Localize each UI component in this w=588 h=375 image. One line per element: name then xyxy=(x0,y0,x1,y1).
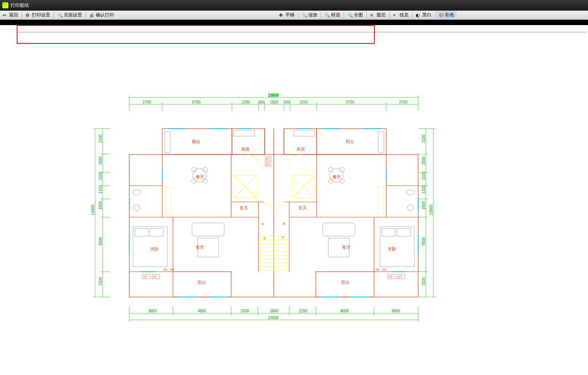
svg-text:1100: 1100 xyxy=(98,172,103,180)
svg-rect-162 xyxy=(294,130,315,136)
layers-button[interactable]: ≡图层 xyxy=(368,11,388,19)
color-icon: 🎨 xyxy=(439,13,444,18)
canvas-area[interactable]: 23800 2700 5700 2200 500 1600 500 2200 xyxy=(0,25,588,375)
zoom-icon: 🔍 xyxy=(325,13,330,18)
svg-rect-164 xyxy=(378,132,384,153)
page-settings-button[interactable]: 🔍页面设置 xyxy=(55,11,85,19)
separator xyxy=(389,12,390,19)
linewidth-button[interactable]: +线宽 xyxy=(390,11,411,19)
svg-text:D2: D2 xyxy=(163,268,168,271)
color-button[interactable]: 🎨彩色 xyxy=(436,11,457,19)
svg-text:13900: 13900 xyxy=(429,205,433,215)
separator xyxy=(344,12,344,19)
svg-text:2600: 2600 xyxy=(270,309,279,313)
zoom-label: 缩放 xyxy=(308,12,317,18)
svg-text:2700: 2700 xyxy=(143,100,151,104)
svg-text:阳台: 阳台 xyxy=(198,280,206,284)
svg-text:1500: 1500 xyxy=(422,156,426,165)
svg-text:KT: KT xyxy=(144,275,147,278)
svg-text:2700: 2700 xyxy=(399,100,408,104)
svg-text:D1: D1 xyxy=(170,268,174,271)
window-title: 打印图纸 xyxy=(11,2,29,9)
svg-text:2200: 2200 xyxy=(299,309,307,313)
svg-rect-153 xyxy=(150,229,163,236)
svg-text:1100: 1100 xyxy=(98,185,103,194)
svg-text:客厅: 客厅 xyxy=(196,245,204,249)
black-divider xyxy=(0,20,588,25)
svg-text:5700: 5700 xyxy=(346,100,355,104)
svg-rect-135 xyxy=(165,187,171,214)
layers-label: 图层 xyxy=(377,12,386,18)
svg-rect-147 xyxy=(192,223,224,236)
separator xyxy=(298,12,298,19)
titlebar: 打印图纸 xyxy=(0,0,588,11)
pan-button[interactable]: ✥平移 xyxy=(276,11,297,19)
red-highlight-box xyxy=(17,25,375,44)
svg-text:次卧: 次卧 xyxy=(150,246,158,251)
zoom-button[interactable]: 🔍缩放 xyxy=(299,11,320,19)
svg-text:客厅: 客厅 xyxy=(342,245,350,249)
back-button[interactable]: ↩返回 xyxy=(0,11,21,19)
back-label: 返回 xyxy=(9,12,18,18)
svg-text:2100: 2100 xyxy=(422,134,426,143)
svg-point-145 xyxy=(328,179,333,183)
svg-point-144 xyxy=(340,167,344,172)
svg-text:厨房: 厨房 xyxy=(296,147,305,151)
svg-rect-149 xyxy=(323,223,355,236)
svg-point-141 xyxy=(203,179,208,183)
svg-text:阳台: 阳台 xyxy=(346,139,354,144)
svg-text:次卧: 次卧 xyxy=(388,246,396,251)
svg-point-158 xyxy=(134,205,140,211)
separator xyxy=(54,12,54,19)
svg-text:KT: KT xyxy=(266,163,270,166)
page-boundary xyxy=(17,32,587,32)
svg-text:3600: 3600 xyxy=(148,309,157,313)
print-icon: 🖨 xyxy=(89,13,95,18)
svg-text:1600: 1600 xyxy=(270,100,279,104)
svg-text:餐厅: 餐厅 xyxy=(196,175,204,179)
svg-text:D1: D1 xyxy=(376,268,380,271)
bw-icon: ◐ xyxy=(416,13,421,18)
svg-point-139 xyxy=(203,167,208,172)
zoom-icon: 🔍 xyxy=(57,13,63,18)
floorplan-drawing: 23800 2700 5700 2200 500 1600 500 2200 xyxy=(87,94,441,345)
svg-point-159 xyxy=(407,190,414,195)
svg-text:上: 上 xyxy=(263,236,266,240)
svg-point-157 xyxy=(133,190,141,195)
box-select-label: 框选 xyxy=(331,12,340,18)
bw-label: 黑白 xyxy=(422,12,431,18)
svg-rect-136 xyxy=(377,187,383,214)
bw-button[interactable]: ◐黑白 xyxy=(413,11,434,19)
print-settings-button[interactable]: ⚙打印设置 xyxy=(23,11,53,19)
toolbar: ↩返回 ⚙打印设置 🔍页面设置 🖨确认打印 ✥平移 🔍缩放 🔍框选 🔍全图 ≡图… xyxy=(0,11,588,20)
page-settings-label: 页面设置 xyxy=(64,12,82,18)
print-settings-label: 打印设置 xyxy=(32,12,50,18)
svg-text:2100: 2100 xyxy=(98,277,103,286)
svg-text:厨房: 厨房 xyxy=(241,147,250,151)
linewidth-label: 线宽 xyxy=(399,12,409,18)
confirm-print-button[interactable]: 🖨确认打印 xyxy=(87,11,117,19)
full-view-button[interactable]: 🔍全图 xyxy=(345,11,366,19)
back-icon: ↩ xyxy=(3,13,8,18)
svg-text:4800: 4800 xyxy=(340,309,349,313)
separator xyxy=(86,12,86,19)
svg-text:1500: 1500 xyxy=(98,156,103,165)
svg-text:23800: 23800 xyxy=(268,316,279,320)
separator xyxy=(412,12,412,19)
svg-point-143 xyxy=(328,167,333,172)
svg-text:D: D xyxy=(262,222,264,226)
svg-text:5700: 5700 xyxy=(192,100,201,104)
pan-icon: ✥ xyxy=(279,13,284,18)
dim-top-total: 23800 xyxy=(268,94,279,97)
svg-text:IF: IF xyxy=(282,222,285,226)
svg-text:2200: 2200 xyxy=(241,309,249,313)
svg-rect-161 xyxy=(234,130,255,136)
svg-text:13900: 13900 xyxy=(91,205,95,215)
separator xyxy=(22,12,22,19)
svg-text:3600: 3600 xyxy=(391,309,400,313)
zoom-icon: 🔍 xyxy=(302,13,307,18)
zoom-icon: 🔍 xyxy=(347,13,353,18)
box-select-button[interactable]: 🔍框选 xyxy=(322,11,343,19)
gear-icon: ⚙ xyxy=(25,13,31,18)
svg-text:2200: 2200 xyxy=(241,100,250,104)
